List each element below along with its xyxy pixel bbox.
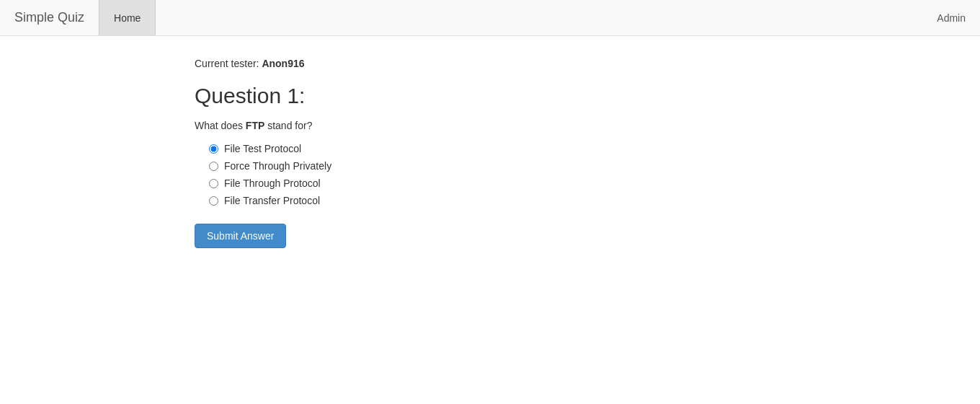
- current-tester: Current tester: Anon916: [195, 58, 785, 69]
- option-3-radio[interactable]: [209, 179, 218, 188]
- question-title: Question 1:: [195, 84, 785, 108]
- main-content: Current tester: Anon916 Question 1: What…: [166, 36, 814, 270]
- navbar-admin-label: Admin: [922, 12, 980, 24]
- current-tester-name: Anon916: [262, 58, 304, 69]
- option-2-label[interactable]: Force Through Privately: [224, 160, 331, 172]
- navbar-brand: Simple Quiz: [0, 10, 99, 25]
- option-3-label[interactable]: File Through Protocol: [224, 177, 321, 189]
- question-text-suffix: stand for?: [264, 120, 312, 131]
- option-4-radio[interactable]: [209, 196, 218, 206]
- navbar-home-label: Home: [114, 12, 141, 24]
- option-4-label[interactable]: File Transfer Protocol: [224, 195, 320, 206]
- navbar-home-link[interactable]: Home: [99, 0, 156, 35]
- navbar: Simple Quiz Home Admin: [0, 0, 980, 36]
- options-list: File Test Protocol Force Through Private…: [195, 143, 785, 206]
- list-item: File Test Protocol: [209, 143, 785, 154]
- list-item: Force Through Privately: [209, 160, 785, 172]
- list-item: File Transfer Protocol: [209, 195, 785, 206]
- current-tester-label: Current tester:: [195, 58, 259, 69]
- submit-button[interactable]: Submit Answer: [195, 224, 286, 248]
- question-text-prefix: What does: [195, 120, 246, 131]
- list-item: File Through Protocol: [209, 177, 785, 189]
- question-text: What does FTP stand for?: [195, 120, 785, 131]
- option-1-radio[interactable]: [209, 144, 218, 154]
- option-1-label[interactable]: File Test Protocol: [224, 143, 301, 154]
- option-2-radio[interactable]: [209, 162, 218, 171]
- question-keyword: FTP: [246, 120, 264, 131]
